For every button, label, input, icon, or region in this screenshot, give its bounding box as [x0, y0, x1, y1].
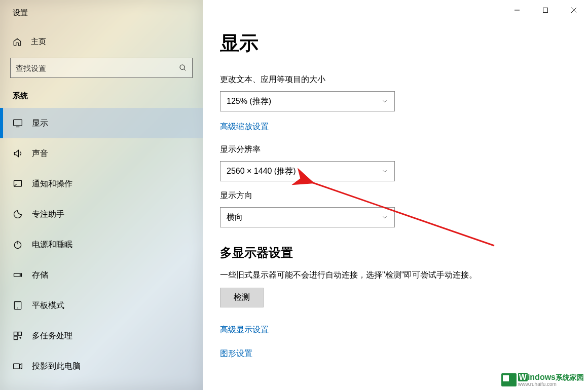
detect-button[interactable]: 检测	[220, 288, 264, 307]
nav-label: 投影到此电脑	[32, 361, 81, 372]
multitask-icon	[13, 331, 23, 341]
nav-label: 声音	[32, 148, 48, 159]
sidebar: 设置 主页 系统 显示 声音 通知和操作	[0, 0, 203, 390]
window-title: 设置	[0, 0, 203, 25]
sound-icon	[13, 148, 23, 159]
orientation-label: 显示方向	[220, 190, 527, 201]
search-icon	[179, 64, 187, 72]
resolution-value: 2560 × 1440 (推荐)	[227, 166, 296, 177]
svg-rect-9	[14, 336, 18, 340]
svg-point-0	[180, 65, 185, 69]
svg-rect-10	[14, 364, 20, 369]
svg-point-5	[20, 275, 21, 276]
nav-label: 通知和操作	[32, 179, 72, 189]
nav-label: 专注助手	[32, 209, 64, 220]
maximize-button[interactable]	[531, 0, 560, 20]
watermark-icon	[501, 373, 517, 386]
main-panel: 显示 更改文本、应用等项目的大小 125% (推荐) 高级缩放设置 显示分辨率 …	[203, 0, 588, 390]
home-label: 主页	[31, 37, 46, 47]
nav-label: 多任务处理	[32, 331, 72, 341]
notifications-icon	[13, 179, 23, 189]
nav-label: 显示	[32, 118, 48, 129]
svg-rect-7	[14, 332, 18, 336]
sidebar-item-storage[interactable]: 存储	[0, 260, 203, 290]
nav-list: 显示 声音 通知和操作 专注助手 电源和睡眠 存储	[0, 108, 203, 381]
advanced-display-link[interactable]: 高级显示设置	[220, 325, 269, 335]
chevron-down-icon	[381, 214, 388, 221]
orientation-value: 横向	[227, 212, 243, 223]
titlebar	[503, 0, 588, 20]
home-button[interactable]: 主页	[0, 25, 203, 58]
close-button[interactable]	[560, 0, 588, 20]
sidebar-item-sound[interactable]: 声音	[0, 138, 203, 169]
nav-label: 平板模式	[32, 300, 64, 311]
chevron-down-icon	[381, 98, 388, 105]
minimize-button[interactable]	[503, 0, 531, 20]
resolution-label: 显示分辨率	[220, 144, 527, 155]
resolution-dropdown[interactable]: 2560 × 1440 (推荐)	[220, 161, 395, 181]
svg-rect-11	[543, 8, 548, 13]
sidebar-item-project[interactable]: 投影到此电脑	[0, 351, 203, 381]
watermark-brand: indows	[528, 373, 556, 381]
watermark-url: www.ruhaifu.com	[518, 381, 584, 387]
svg-rect-1	[14, 120, 22, 126]
sidebar-item-focus[interactable]: 专注助手	[0, 199, 203, 229]
tablet-icon	[13, 300, 23, 310]
chevron-down-icon	[381, 168, 388, 175]
sidebar-item-tablet[interactable]: 平板模式	[0, 290, 203, 321]
scale-label: 更改文本、应用等项目的大小	[220, 74, 527, 85]
svg-rect-8	[18, 332, 22, 336]
orientation-dropdown[interactable]: 横向	[220, 207, 395, 227]
settings-window: 设置 主页 系统 显示 声音 通知和操作	[0, 0, 588, 390]
advanced-scale-link[interactable]: 高级缩放设置	[220, 122, 269, 132]
section-label: 系统	[0, 88, 203, 108]
sidebar-item-multitask[interactable]: 多任务处理	[0, 321, 203, 351]
focus-icon	[13, 209, 23, 219]
multi-display-heading: 多显示器设置	[220, 245, 527, 261]
scale-dropdown[interactable]: 125% (推荐)	[220, 91, 395, 111]
sidebar-item-display[interactable]: 显示	[0, 108, 203, 138]
multi-display-description: 一些旧式显示器可能不会进行自动连接，选择"检测"即可尝试手动连接。	[220, 270, 527, 281]
nav-label: 电源和睡眠	[32, 240, 72, 250]
sidebar-item-power[interactable]: 电源和睡眠	[0, 229, 203, 260]
search-box[interactable]	[10, 58, 193, 78]
power-icon	[13, 240, 23, 250]
nav-label: 存储	[32, 270, 48, 281]
display-icon	[13, 118, 23, 128]
scale-value: 125% (推荐)	[227, 96, 271, 107]
sidebar-item-notifications[interactable]: 通知和操作	[0, 169, 203, 199]
project-icon	[13, 361, 23, 371]
watermark: Windows系统家园 www.ruhaifu.com	[501, 373, 584, 387]
page-title: 显示	[220, 30, 527, 56]
home-icon	[13, 37, 22, 47]
storage-icon	[13, 270, 23, 280]
settings-content: 显示 更改文本、应用等项目的大小 125% (推荐) 高级缩放设置 显示分辨率 …	[203, 0, 527, 362]
graphics-settings-link[interactable]: 图形设置	[220, 348, 252, 359]
search-input[interactable]	[16, 64, 179, 72]
